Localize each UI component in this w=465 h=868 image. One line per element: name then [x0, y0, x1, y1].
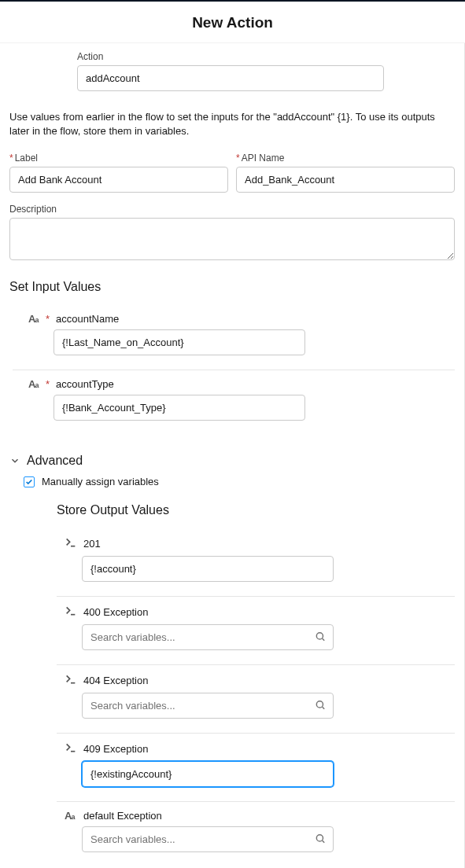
input-item: Aa * accountType	[13, 370, 455, 435]
apiname-input[interactable]	[236, 167, 455, 193]
output-item: 201	[57, 528, 455, 597]
output-param-name: 409 Exception	[83, 743, 148, 755]
description-field: Description	[9, 204, 455, 263]
output-param-name: default Exception	[83, 810, 162, 822]
manual-assign-checkbox[interactable]	[24, 476, 35, 487]
description-input[interactable]	[9, 218, 455, 260]
modal-content: Action Use values from earlier in the fl…	[0, 43, 465, 868]
advanced-title: Advanced	[27, 454, 83, 468]
text-type-icon: Aa	[28, 378, 41, 390]
output-item: 409 Exception	[57, 734, 455, 802]
input-values-list: Aa * accountName Aa * accountType	[9, 305, 455, 435]
modal-header: New Action	[0, 2, 465, 43]
check-icon	[25, 478, 33, 486]
set-input-values-title: Set Input Values	[9, 280, 455, 294]
accounttype-input[interactable]	[54, 395, 305, 421]
chevron-down-icon	[9, 455, 20, 466]
output-values-list: 201 400 Exception	[9, 528, 455, 866]
label-input[interactable]	[9, 167, 228, 193]
output-item: 404 Exception	[57, 665, 455, 734]
output-409-input[interactable]	[82, 761, 334, 787]
input-param-name: accountName	[56, 313, 119, 325]
apex-type-icon	[65, 673, 77, 688]
output-404-input[interactable]	[82, 693, 334, 719]
output-default-input[interactable]	[82, 826, 334, 852]
page-title: New Action	[0, 14, 465, 31]
apex-type-icon	[65, 536, 77, 551]
input-item: Aa * accountName	[13, 305, 455, 370]
output-201-input[interactable]	[82, 556, 334, 582]
description-label: Description	[9, 204, 455, 215]
label-field-label: *Label	[9, 153, 228, 164]
output-400-input[interactable]	[82, 624, 334, 650]
input-param-name: accountType	[56, 378, 114, 390]
accountname-input[interactable]	[54, 329, 305, 355]
apex-type-icon	[65, 741, 77, 756]
apex-type-icon	[65, 605, 77, 620]
output-param-name: 201	[83, 538, 101, 550]
apiname-field: *API Name	[236, 153, 455, 193]
output-item: Aa default Exception	[57, 802, 455, 866]
store-output-title: Store Output Values	[57, 503, 455, 517]
text-type-icon: Aa	[65, 810, 77, 822]
manual-assign-row: Manually assign variables	[24, 476, 455, 487]
output-param-name: 400 Exception	[83, 606, 148, 618]
action-label: Action	[77, 51, 455, 62]
helper-text: Use values from earlier in the flow to s…	[9, 110, 455, 138]
output-item: 400 Exception	[57, 597, 455, 665]
manual-assign-label: Manually assign variables	[42, 476, 159, 487]
apiname-field-label: *API Name	[236, 153, 455, 164]
action-field-block: Action	[9, 51, 455, 91]
advanced-toggle[interactable]: Advanced	[9, 454, 455, 468]
text-type-icon: Aa	[28, 313, 41, 325]
action-input[interactable]	[77, 65, 384, 91]
output-param-name: 404 Exception	[83, 675, 148, 686]
label-apiname-row: *Label *API Name	[9, 153, 455, 193]
label-field: *Label	[9, 153, 228, 193]
